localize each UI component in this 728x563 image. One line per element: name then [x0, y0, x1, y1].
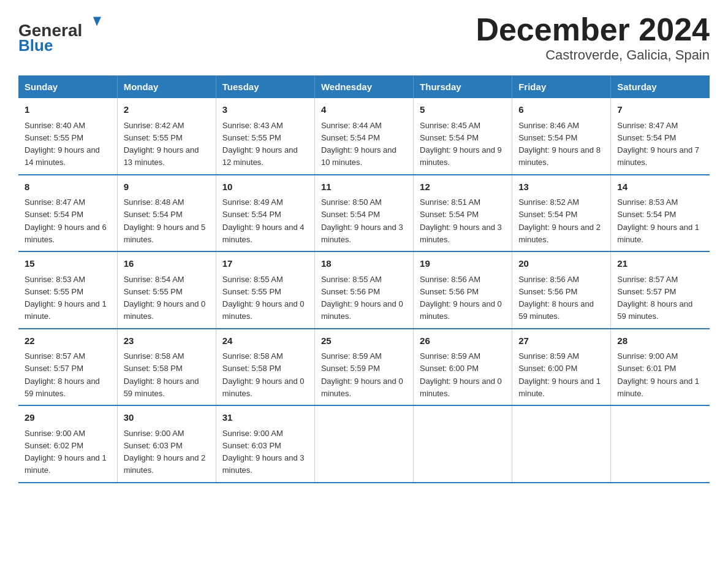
- calendar-week-1: 1Sunrise: 8:40 AMSunset: 5:55 PMDaylight…: [18, 98, 710, 175]
- calendar-cell: 2Sunrise: 8:42 AMSunset: 5:55 PMDaylight…: [117, 98, 216, 175]
- calendar-cell: 7Sunrise: 8:47 AMSunset: 5:54 PMDaylight…: [611, 98, 710, 175]
- calendar-week-5: 29Sunrise: 9:00 AMSunset: 6:02 PMDayligh…: [18, 405, 710, 483]
- day-number: 19: [420, 257, 506, 271]
- day-info: Sunrise: 9:00 AMSunset: 6:01 PMDaylight:…: [617, 351, 699, 398]
- day-number: 4: [321, 103, 407, 117]
- calendar-cell: 4Sunrise: 8:44 AMSunset: 5:54 PMDaylight…: [314, 98, 413, 175]
- calendar-cell: 24Sunrise: 8:58 AMSunset: 5:58 PMDayligh…: [216, 329, 314, 406]
- day-number: 31: [222, 411, 308, 425]
- day-number: 7: [617, 103, 703, 117]
- day-info: Sunrise: 8:45 AMSunset: 5:54 PMDaylight:…: [420, 121, 502, 167]
- calendar-cell: [414, 405, 512, 483]
- day-header-sunday: Sunday: [18, 75, 117, 98]
- day-info: Sunrise: 9:00 AMSunset: 6:03 PMDaylight:…: [124, 429, 206, 475]
- day-number: 17: [222, 257, 308, 271]
- day-number: 26: [420, 334, 506, 348]
- day-info: Sunrise: 8:40 AMSunset: 5:55 PMDaylight:…: [25, 121, 100, 167]
- day-number: 10: [222, 180, 308, 194]
- calendar-cell: [512, 405, 611, 483]
- day-info: Sunrise: 8:56 AMSunset: 5:56 PMDaylight:…: [420, 275, 502, 321]
- day-info: Sunrise: 8:49 AMSunset: 5:54 PMDaylight:…: [222, 197, 305, 244]
- day-info: Sunrise: 8:58 AMSunset: 5:58 PMDaylight:…: [124, 351, 199, 398]
- day-info: Sunrise: 8:48 AMSunset: 5:54 PMDaylight:…: [124, 197, 206, 244]
- day-info: Sunrise: 8:59 AMSunset: 6:00 PMDaylight:…: [518, 351, 601, 398]
- day-number: 8: [25, 180, 111, 194]
- day-number: 23: [124, 334, 210, 348]
- day-info: Sunrise: 8:59 AMSunset: 5:59 PMDaylight:…: [321, 351, 403, 398]
- day-number: 14: [617, 180, 703, 194]
- calendar-cell: 6Sunrise: 8:46 AMSunset: 5:54 PMDaylight…: [512, 98, 611, 175]
- calendar-cell: 1Sunrise: 8:40 AMSunset: 5:55 PMDaylight…: [18, 98, 117, 175]
- day-number: 28: [617, 334, 703, 348]
- calendar-cell: [314, 405, 413, 483]
- page-header: General Blue December 2024 Castroverde, …: [18, 12, 710, 63]
- day-number: 6: [518, 103, 604, 117]
- day-number: 20: [518, 257, 604, 271]
- calendar-cell: 9Sunrise: 8:48 AMSunset: 5:54 PMDaylight…: [117, 175, 216, 252]
- logo-image: General Blue: [18, 12, 104, 55]
- day-number: 15: [25, 257, 111, 271]
- day-info: Sunrise: 8:46 AMSunset: 5:54 PMDaylight:…: [518, 121, 601, 167]
- calendar-cell: 13Sunrise: 8:52 AMSunset: 5:54 PMDayligh…: [512, 175, 611, 252]
- calendar-cell: 14Sunrise: 8:53 AMSunset: 5:54 PMDayligh…: [611, 175, 710, 252]
- calendar-cell: 31Sunrise: 9:00 AMSunset: 6:03 PMDayligh…: [216, 405, 314, 483]
- day-info: Sunrise: 8:47 AMSunset: 5:54 PMDaylight:…: [617, 121, 699, 167]
- calendar-cell: 8Sunrise: 8:47 AMSunset: 5:54 PMDaylight…: [18, 175, 117, 252]
- day-info: Sunrise: 8:55 AMSunset: 5:56 PMDaylight:…: [321, 275, 403, 321]
- calendar-body: 1Sunrise: 8:40 AMSunset: 5:55 PMDaylight…: [18, 98, 710, 483]
- calendar-week-4: 22Sunrise: 8:57 AMSunset: 5:57 PMDayligh…: [18, 329, 710, 406]
- calendar-cell: 26Sunrise: 8:59 AMSunset: 6:00 PMDayligh…: [414, 329, 512, 406]
- calendar-cell: 15Sunrise: 8:53 AMSunset: 5:55 PMDayligh…: [18, 251, 117, 329]
- day-number: 5: [420, 103, 506, 117]
- calendar-cell: 5Sunrise: 8:45 AMSunset: 5:54 PMDaylight…: [414, 98, 512, 175]
- day-info: Sunrise: 8:44 AMSunset: 5:54 PMDaylight:…: [321, 121, 396, 167]
- svg-text:Blue: Blue: [18, 36, 53, 55]
- day-info: Sunrise: 9:00 AMSunset: 6:03 PMDaylight:…: [222, 429, 305, 475]
- day-header-monday: Monday: [117, 75, 216, 98]
- calendar-cell: 18Sunrise: 8:55 AMSunset: 5:56 PMDayligh…: [314, 251, 413, 329]
- calendar-cell: 10Sunrise: 8:49 AMSunset: 5:54 PMDayligh…: [216, 175, 314, 252]
- calendar-cell: 27Sunrise: 8:59 AMSunset: 6:00 PMDayligh…: [512, 329, 611, 406]
- day-headers-row: SundayMondayTuesdayWednesdayThursdayFrid…: [18, 75, 710, 98]
- calendar-cell: 19Sunrise: 8:56 AMSunset: 5:56 PMDayligh…: [414, 251, 512, 329]
- day-info: Sunrise: 8:59 AMSunset: 6:00 PMDaylight:…: [420, 351, 502, 398]
- title-block: December 2024 Castroverde, Galicia, Spai…: [476, 12, 710, 63]
- calendar-header: SundayMondayTuesdayWednesdayThursdayFrid…: [18, 75, 710, 98]
- day-number: 16: [124, 257, 210, 271]
- day-info: Sunrise: 8:43 AMSunset: 5:55 PMDaylight:…: [222, 121, 298, 167]
- day-info: Sunrise: 8:56 AMSunset: 5:56 PMDaylight:…: [518, 275, 594, 321]
- day-info: Sunrise: 8:51 AMSunset: 5:54 PMDaylight:…: [420, 197, 502, 244]
- day-header-thursday: Thursday: [414, 75, 512, 98]
- day-number: 1: [25, 103, 111, 117]
- day-header-friday: Friday: [512, 75, 611, 98]
- logo: General Blue: [18, 12, 104, 55]
- day-number: 24: [222, 334, 308, 348]
- svg-marker-1: [93, 17, 101, 26]
- calendar-cell: 21Sunrise: 8:57 AMSunset: 5:57 PMDayligh…: [611, 251, 710, 329]
- calendar-cell: 22Sunrise: 8:57 AMSunset: 5:57 PMDayligh…: [18, 329, 117, 406]
- day-info: Sunrise: 8:42 AMSunset: 5:55 PMDaylight:…: [124, 121, 199, 167]
- day-info: Sunrise: 8:58 AMSunset: 5:58 PMDaylight:…: [222, 351, 305, 398]
- day-header-tuesday: Tuesday: [216, 75, 314, 98]
- day-number: 27: [518, 334, 604, 348]
- calendar-cell: 30Sunrise: 9:00 AMSunset: 6:03 PMDayligh…: [117, 405, 216, 483]
- day-header-saturday: Saturday: [611, 75, 710, 98]
- calendar-cell: 11Sunrise: 8:50 AMSunset: 5:54 PMDayligh…: [314, 175, 413, 252]
- calendar-cell: 23Sunrise: 8:58 AMSunset: 5:58 PMDayligh…: [117, 329, 216, 406]
- day-info: Sunrise: 8:57 AMSunset: 5:57 PMDaylight:…: [617, 275, 692, 321]
- day-header-wednesday: Wednesday: [314, 75, 413, 98]
- day-info: Sunrise: 8:53 AMSunset: 5:55 PMDaylight:…: [25, 275, 107, 321]
- day-info: Sunrise: 8:50 AMSunset: 5:54 PMDaylight:…: [321, 197, 403, 244]
- day-info: Sunrise: 8:57 AMSunset: 5:57 PMDaylight:…: [25, 351, 100, 398]
- calendar-cell: 25Sunrise: 8:59 AMSunset: 5:59 PMDayligh…: [314, 329, 413, 406]
- day-number: 2: [124, 103, 210, 117]
- calendar-table: SundayMondayTuesdayWednesdayThursdayFrid…: [18, 75, 710, 483]
- calendar-cell: [611, 405, 710, 483]
- calendar-cell: 20Sunrise: 8:56 AMSunset: 5:56 PMDayligh…: [512, 251, 611, 329]
- day-info: Sunrise: 8:55 AMSunset: 5:55 PMDaylight:…: [222, 275, 305, 321]
- calendar-title: December 2024: [476, 12, 710, 47]
- day-number: 11: [321, 180, 407, 194]
- calendar-week-2: 8Sunrise: 8:47 AMSunset: 5:54 PMDaylight…: [18, 175, 710, 252]
- calendar-week-3: 15Sunrise: 8:53 AMSunset: 5:55 PMDayligh…: [18, 251, 710, 329]
- day-number: 18: [321, 257, 407, 271]
